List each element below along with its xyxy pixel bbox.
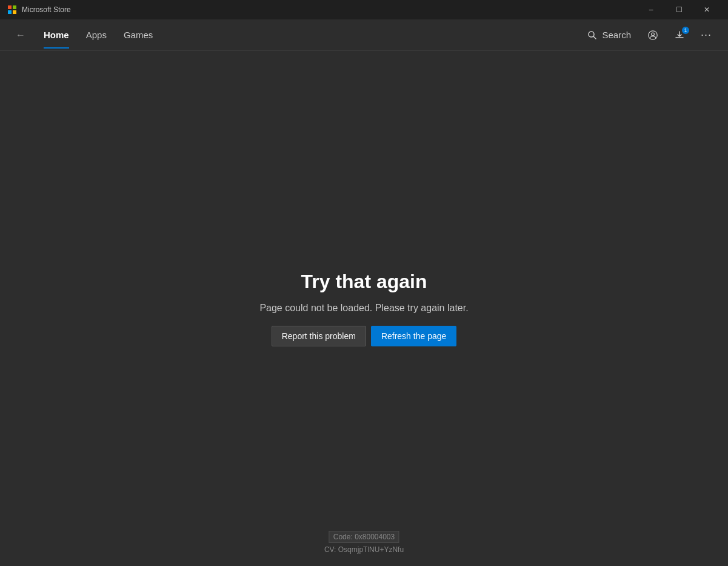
back-button[interactable]: ←	[10, 24, 32, 46]
nav-right: Search 1 ···	[580, 23, 718, 47]
svg-rect-2	[8, 10, 12, 14]
nav-bar: ← Home Apps Games Search	[0, 19, 728, 51]
error-container: Try that again Page could not be loaded.…	[259, 271, 468, 346]
refresh-page-button[interactable]: Refresh the page	[371, 326, 456, 346]
error-title: Try that again	[301, 271, 427, 293]
title-bar: Microsoft Store – ☐ ✕	[0, 0, 728, 19]
maximize-button[interactable]: ☐	[665, 0, 693, 19]
svg-rect-0	[8, 5, 12, 9]
title-bar-left: Microsoft Store	[7, 5, 71, 15]
account-icon	[648, 30, 658, 40]
nav-apps[interactable]: Apps	[79, 26, 114, 44]
close-button[interactable]: ✕	[693, 0, 721, 19]
error-buttons: Report this problem Refresh the page	[272, 326, 457, 346]
nav-links: Home Apps Games	[36, 26, 575, 44]
download-button[interactable]: 1	[667, 23, 692, 47]
main-content: Try that again Page could not be loaded.…	[0, 51, 728, 566]
store-icon	[7, 5, 17, 15]
search-icon	[587, 30, 597, 40]
svg-line-5	[593, 36, 596, 39]
error-message: Page could not be loaded. Please try aga…	[259, 303, 468, 314]
error-cv: CV: OsqmjpTlNU+YzNfu	[324, 545, 404, 554]
title-bar-title: Microsoft Store	[22, 5, 71, 14]
svg-rect-3	[13, 10, 16, 14]
nav-home[interactable]: Home	[36, 26, 76, 44]
svg-rect-1	[13, 5, 16, 9]
svg-point-7	[652, 33, 655, 36]
account-button[interactable]	[641, 23, 665, 47]
more-icon: ···	[701, 29, 712, 41]
more-options-button[interactable]: ···	[694, 23, 718, 47]
report-problem-button[interactable]: Report this problem	[272, 326, 366, 346]
back-icon: ←	[16, 30, 25, 41]
nav-games[interactable]: Games	[116, 26, 160, 44]
search-label: Search	[602, 30, 631, 40]
minimize-button[interactable]: –	[637, 0, 665, 19]
error-code: Code: 0x80004003	[329, 531, 399, 543]
title-bar-controls: – ☐ ✕	[637, 0, 721, 19]
download-badge: 1	[682, 27, 689, 34]
error-code-section: Code: 0x80004003 CV: OsqmjpTlNU+YzNfu	[324, 531, 404, 554]
search-button[interactable]: Search	[580, 26, 638, 44]
